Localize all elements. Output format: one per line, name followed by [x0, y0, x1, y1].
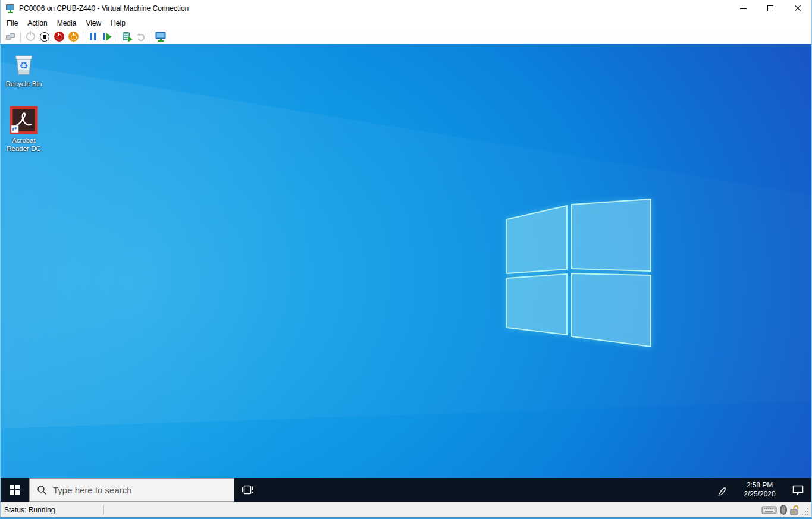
desktop-icon-label: Acrobat Reader DC — [1, 136, 47, 153]
windows-ink-button[interactable] — [709, 478, 735, 502]
desktop-icon-label: Recycle Bin — [6, 80, 42, 88]
acrobat-reader-icon — [10, 106, 38, 134]
notification-icon — [792, 485, 804, 496]
resize-grip[interactable] — [802, 508, 809, 515]
statusbar-separator — [103, 505, 104, 515]
close-icon — [794, 5, 801, 12]
reset-button[interactable] — [100, 30, 114, 43]
svg-text:♻: ♻ — [19, 60, 28, 71]
toolbar-separator — [117, 32, 117, 42]
taskbar: 2:58 PM 2/25/2020 — [1, 478, 811, 502]
unlocked-icon — [790, 505, 799, 515]
ctrl-alt-delete-icon — [6, 33, 15, 40]
minimize-icon — [740, 8, 747, 9]
revert-icon — [136, 32, 146, 42]
turn-off-icon — [40, 32, 49, 42]
start-power-icon — [26, 32, 35, 41]
enhanced-session-button[interactable] — [153, 30, 168, 43]
search-icon — [37, 485, 47, 495]
maximize-icon — [767, 5, 773, 11]
vm-app-icon — [5, 4, 15, 14]
recycle-bin-icon: ♻ — [10, 49, 38, 78]
windows-logo-pane — [572, 199, 651, 271]
desktop-icon-acrobat-reader[interactable]: Acrobat Reader DC — [1, 106, 47, 153]
save-icon — [68, 32, 79, 42]
vm-screen[interactable]: ♻ Recycle Bin Acrobat Reader DC — [1, 44, 811, 502]
start-menu-button[interactable] — [1, 478, 29, 502]
shutdown-icon — [54, 32, 64, 42]
ctrl-alt-delete-button[interactable] — [4, 30, 18, 43]
windows-logo-pane — [572, 273, 651, 347]
minimize-button[interactable] — [729, 0, 757, 17]
menu-help[interactable]: Help — [106, 18, 130, 29]
close-button[interactable] — [784, 0, 811, 17]
reset-icon — [103, 33, 112, 41]
desktop-icon-recycle-bin[interactable]: ♻ Recycle Bin — [1, 49, 47, 88]
task-view-icon — [242, 485, 255, 495]
titlebar: PC0006 on CPUB-Z440 - Virtual Machine Co… — [1, 0, 811, 17]
action-center-button[interactable] — [784, 478, 811, 502]
toolbar-separator — [151, 32, 151, 42]
search-input[interactable] — [53, 485, 214, 495]
menu-action[interactable]: Action — [23, 18, 52, 29]
save-button[interactable] — [66, 30, 80, 43]
mouse-capture-icon — [780, 505, 787, 515]
pause-button[interactable] — [86, 30, 100, 43]
turn-off-button[interactable] — [37, 30, 52, 43]
menu-media[interactable]: Media — [52, 18, 81, 29]
statusbar: Status: Running — [1, 502, 811, 517]
revert-button[interactable] — [134, 30, 148, 43]
keyboard-capture-icon — [761, 505, 777, 515]
vm-toolbar — [1, 29, 811, 44]
taskbar-clock[interactable]: 2:58 PM 2/25/2020 — [735, 478, 784, 502]
vm-status-text: Status: Running — [1, 506, 103, 514]
taskbar-empty-area — [262, 478, 709, 502]
shutdown-button[interactable] — [52, 30, 66, 43]
toolbar-separator — [20, 32, 21, 42]
menubar: File Action Media View Help — [1, 17, 811, 29]
start-button[interactable] — [23, 30, 37, 43]
menu-file[interactable]: File — [2, 18, 23, 29]
window-title: PC0006 on CPUB-Z440 - Virtual Machine Co… — [19, 4, 189, 12]
toolbar-separator — [83, 32, 83, 42]
enhanced-session-icon — [155, 32, 167, 42]
menu-view[interactable]: View — [81, 18, 106, 29]
task-view-button[interactable] — [234, 478, 262, 502]
maximize-button[interactable] — [757, 0, 784, 17]
checkpoint-icon — [123, 32, 131, 42]
clock-time: 2:58 PM — [747, 481, 773, 490]
vm-connection-window: PC0006 on CPUB-Z440 - Virtual Machine Co… — [0, 0, 812, 519]
clock-date: 2/25/2020 — [744, 490, 775, 499]
shortcut-arrow-icon — [11, 125, 18, 133]
checkpoint-button[interactable] — [120, 30, 134, 43]
pause-icon — [90, 33, 96, 40]
taskbar-search[interactable] — [29, 478, 234, 502]
windows-logo — [1, 44, 811, 502]
windows-logo-pane — [507, 274, 567, 335]
windows-logo-pane — [507, 206, 567, 273]
pen-icon — [716, 484, 728, 496]
windows-start-icon — [10, 485, 20, 495]
